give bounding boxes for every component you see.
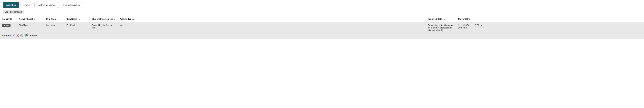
col-header-org-name[interactable]: Org. Name ▲ (64, 16, 90, 22)
col-header-current-hrs: Current Hrs (456, 16, 473, 22)
clock-icon[interactable] (20, 34, 23, 37)
actions-cell: Actions: (0, 33, 644, 39)
svg-point-5 (25, 35, 25, 35)
cell-activity-label: Cypto Inc. (44, 22, 64, 33)
col-header-reported-date[interactable]: Reported Date ▲ (426, 16, 456, 22)
cell-org-type: For Profit (64, 22, 90, 33)
activities-table: Activity ID Activity Label ▲ Org. Type ▲… (0, 16, 644, 39)
table-row: Show 8840743 Cypto Inc. For Profit Consu… (0, 22, 644, 33)
tabs-bar: Activities Emails System Messages Delete… (0, 0, 644, 8)
cell-org-name: Consulting for Cypto Inc. (90, 22, 118, 33)
col-header-org-type[interactable]: Org. Type ▲ (44, 16, 64, 22)
actions-bar: Actions: (2, 34, 642, 37)
sort-arrow-org-type: ▲ (57, 18, 59, 20)
tab-system-messages[interactable]: System Messages (34, 2, 59, 8)
svg-line-4 (22, 36, 22, 36)
tab-emails[interactable]: Emails (20, 2, 33, 8)
col-header-activity-types: Activity Type(s) (118, 16, 426, 22)
tag-wrapper[interactable]: 0 (24, 34, 28, 37)
tab-deleted-activities[interactable]: Deleted Activities (60, 2, 83, 8)
page-container: Activities Emails System Messages Delete… (0, 0, 644, 108)
cell-student-involvement: No (118, 22, 426, 33)
cell-reported-date: 11/19/2024 10:53 am (456, 22, 473, 33)
tag-badge: 0 (26, 34, 28, 36)
cell-current-hrs: 0.00 hr (473, 22, 644, 33)
cell-show-button: Show (0, 22, 17, 33)
toolbar: Export current data (0, 8, 644, 16)
tab-activities[interactable]: Activities (3, 2, 19, 8)
cell-activity-types: Consulting or testifying as an expert or… (426, 22, 456, 33)
actions-label: Actions: (2, 34, 11, 37)
show-button[interactable]: Show (2, 24, 10, 27)
table-header-row: Activity ID Activity Label ▲ Org. Type ▲… (0, 16, 644, 22)
sort-arrow-reported-date: ▲ (444, 18, 445, 20)
col-header-activity-id[interactable]: Activity ID (0, 16, 17, 22)
edit-icon[interactable] (12, 34, 15, 37)
col-header-activity-label[interactable]: Activity Label ▲ (17, 16, 44, 22)
col-header-student-involvement[interactable]: Student Involvement ▲ (90, 16, 118, 22)
cell-activity-id: 8840743 (17, 22, 44, 33)
forms-label: Forms: (30, 34, 38, 37)
delete-icon[interactable] (16, 34, 19, 37)
export-button[interactable]: Export current data (3, 10, 24, 14)
sort-arrow-activity-label: ▲ (34, 18, 36, 20)
table-container: Activity ID Activity Label ▲ Org. Type ▲… (0, 16, 644, 39)
sort-arrow-org-name: ▲ (78, 18, 80, 20)
actions-row: Actions: (0, 33, 644, 39)
sort-arrow-student-inv: ▲ (114, 18, 116, 20)
